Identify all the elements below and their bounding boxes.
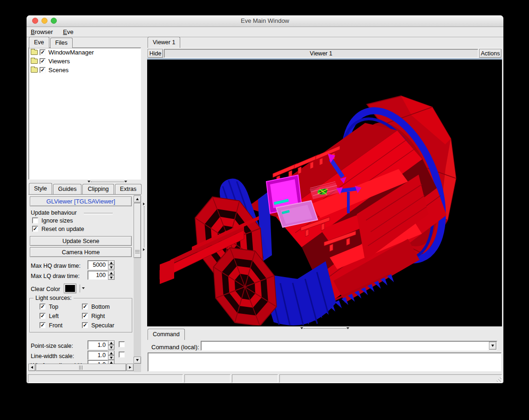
- style-panel: GLViewer [TGLSAViewer] Update behaviour …: [28, 194, 141, 372]
- vscroll-down-button[interactable]: [134, 357, 141, 364]
- vscroll-up-button[interactable]: [134, 196, 141, 203]
- window-title: Eve Main Window: [27, 17, 503, 24]
- tree-item-scenes[interactable]: ✓ Scenes: [29, 66, 141, 75]
- viewer-splitter[interactable]: [147, 326, 502, 330]
- update-scene-button[interactable]: Update Scene: [30, 236, 132, 246]
- line-width-input[interactable]: 1.0: [88, 351, 108, 360]
- light-left-checkbox[interactable]: ✓: [40, 313, 46, 319]
- camera-home-button[interactable]: Camera Home: [30, 247, 132, 257]
- hscroll-right-button[interactable]: [127, 364, 134, 371]
- tab-eve[interactable]: Eve: [29, 37, 49, 48]
- line-width-down-button[interactable]: [108, 355, 115, 360]
- folder-icon: [31, 59, 38, 64]
- viewer-tab-bar: Viewer 1: [148, 37, 181, 48]
- folder-icon: [31, 50, 38, 55]
- detector-3d-render: [147, 60, 501, 325]
- point-size-checkbox[interactable]: [119, 341, 125, 347]
- max-lq-input[interactable]: 100: [88, 271, 108, 280]
- folder-icon: [31, 68, 38, 73]
- light-sources-group: Light sources: ✓ Top ✓ Bottom ✓ Left ✓ R…: [29, 298, 132, 332]
- tree-checkbox[interactable]: ✓: [40, 49, 46, 55]
- line-width-label: Line-width scale:: [31, 353, 74, 359]
- light-top-checkbox[interactable]: ✓: [40, 304, 46, 310]
- command-local-label: Command (local):: [151, 344, 199, 351]
- line-width-up-button[interactable]: [108, 351, 115, 355]
- tab-viewer-1[interactable]: Viewer 1: [148, 37, 180, 48]
- clear-color-swatch[interactable]: [64, 284, 76, 293]
- divider: [84, 213, 113, 215]
- menubar: Browser Eve: [27, 27, 503, 37]
- update-behaviour-label: Update behaviour: [31, 210, 77, 216]
- eve-tree-panel: ✓ WindowManager ✓ Viewers ✓ Scenes: [28, 47, 141, 180]
- max-hq-down-button[interactable]: [108, 265, 115, 270]
- max-lq-up-button[interactable]: [108, 271, 115, 275]
- actions-button[interactable]: Actions: [479, 49, 502, 58]
- point-size-down-button[interactable]: [108, 345, 115, 350]
- max-lq-down-button[interactable]: [108, 275, 115, 280]
- light-bottom-checkbox[interactable]: ✓: [82, 304, 88, 310]
- point-size-input[interactable]: 1.0: [88, 340, 108, 350]
- desktop: Eve Main Window Browser Eve Eve Files ✓ …: [0, 0, 529, 420]
- tree-item-viewers[interactable]: ✓ Viewers: [29, 57, 141, 66]
- tab-guides[interactable]: Guides: [53, 184, 82, 194]
- clear-color-dropdown[interactable]: [80, 285, 87, 292]
- status-cell: [28, 374, 183, 383]
- menu-eve[interactable]: Eve: [59, 27, 77, 35]
- ignore-sizes-checkbox[interactable]: [32, 217, 38, 224]
- tree-checkbox[interactable]: ✓: [40, 58, 46, 64]
- point-size-up-button[interactable]: [108, 340, 115, 345]
- status-cell: [232, 374, 278, 383]
- tab-style[interactable]: Style: [29, 183, 52, 194]
- gl-viewport[interactable]: [147, 58, 502, 326]
- eve-main-window: Eve Main Window Browser Eve Eve Files ✓ …: [27, 15, 503, 383]
- glviewer-button[interactable]: GLViewer [TGLSAViewer]: [30, 196, 132, 206]
- max-hq-label: Max HQ draw time:: [31, 263, 81, 269]
- command-output[interactable]: [148, 352, 502, 372]
- viewer-toolbar: Hide Viewer 1 Actions: [147, 48, 502, 59]
- hscroll-thumb[interactable]: [36, 364, 126, 371]
- command-tab-bar: Command: [148, 329, 186, 340]
- max-hq-input[interactable]: 5000: [88, 260, 108, 270]
- tree-checkbox[interactable]: ✓: [40, 67, 46, 73]
- command-combobox[interactable]: [201, 341, 497, 351]
- max-hq-up-button[interactable]: [108, 260, 115, 265]
- point-size-label: Point-size scale:: [31, 343, 73, 349]
- style-hscrollbar[interactable]: [28, 364, 134, 371]
- command-dropdown-button[interactable]: [489, 342, 496, 350]
- light-specular-checkbox[interactable]: ✓: [82, 322, 88, 328]
- light-front-checkbox[interactable]: ✓: [40, 322, 46, 328]
- status-cell: [279, 374, 502, 383]
- statusbar: [27, 374, 502, 383]
- hide-button[interactable]: Hide: [148, 49, 163, 58]
- style-vscrollbar[interactable]: [134, 195, 141, 372]
- tab-files[interactable]: Files: [50, 38, 73, 48]
- clear-color-label: Clear Color: [31, 286, 60, 292]
- viewer-title: Viewer 1: [164, 49, 478, 58]
- light-right-checkbox[interactable]: ✓: [82, 313, 88, 319]
- hscroll-left-button[interactable]: [28, 364, 35, 371]
- line-width-checkbox[interactable]: [119, 352, 125, 358]
- tab-extras[interactable]: Extras: [115, 184, 142, 194]
- reset-on-update-checkbox[interactable]: ✓: [32, 226, 38, 232]
- light-sources-title: Light sources:: [34, 295, 74, 301]
- tab-clipping[interactable]: Clipping: [82, 184, 114, 194]
- main-splitter[interactable]: [142, 37, 147, 373]
- style-tab-bar: Style Guides Clipping Extras: [29, 183, 142, 194]
- vscroll-thumb[interactable]: [134, 203, 141, 258]
- tree-item-windowmanager[interactable]: ✓ WindowManager: [29, 48, 141, 57]
- titlebar[interactable]: Eve Main Window: [27, 15, 503, 27]
- command-input[interactable]: [202, 342, 488, 351]
- max-lq-label: Max LQ draw time:: [31, 273, 80, 279]
- status-cell: [184, 374, 231, 383]
- tab-command[interactable]: Command: [148, 329, 185, 340]
- left-tab-bar: Eve Files: [29, 37, 74, 48]
- menu-browser[interactable]: Browser: [27, 27, 57, 35]
